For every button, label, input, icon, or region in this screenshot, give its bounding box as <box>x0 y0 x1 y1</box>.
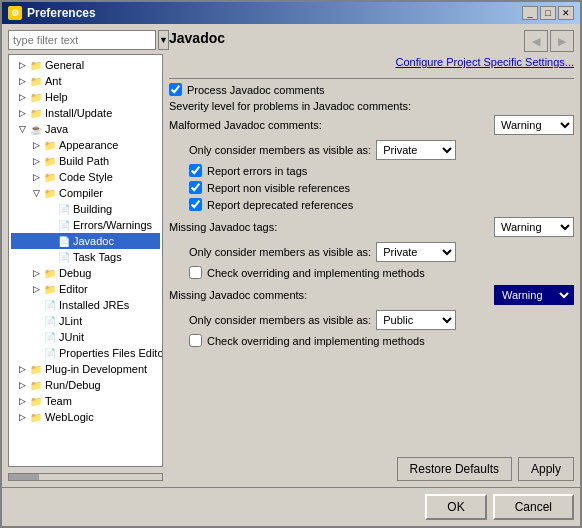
malformed-label: Malformed Javadoc comments: <box>169 119 494 131</box>
expander-ant: ▷ <box>15 74 29 88</box>
folder-icon-compiler: 📁 <box>43 186 57 200</box>
folder-icon-debug: 📁 <box>43 266 57 280</box>
tree-item-install-update[interactable]: ▷ 📁 Install/Update <box>11 105 160 121</box>
doc-icon-task-tags: 📄 <box>57 250 71 264</box>
malformed-severity-select[interactable]: Ignore Warning Error <box>494 115 574 135</box>
comments-visibility-select[interactable]: Public Protected Package Private <box>376 310 456 330</box>
tree-item-building[interactable]: 📄 Building <box>11 201 160 217</box>
app-icon: ⚙ <box>8 6 22 20</box>
expander-team: ▷ <box>15 394 29 408</box>
tree-item-compiler[interactable]: ▽ 📁 Compiler <box>11 185 160 201</box>
configure-project-link[interactable]: Configure Project Specific Settings... <box>395 56 574 68</box>
tree-item-jlint[interactable]: 📄 JLint <box>11 313 160 329</box>
restore-defaults-button[interactable]: Restore Defaults <box>397 457 512 481</box>
check-overriding-tags-checkbox[interactable] <box>189 266 202 279</box>
folder-icon-weblogic: 📁 <box>29 410 43 424</box>
doc-icon-jlint: 📄 <box>43 314 57 328</box>
main-content: ▼ ▷ 📁 General ▷ 📁 Ant ▷ 📁 <box>2 24 580 487</box>
tree-scroll[interactable] <box>8 473 163 481</box>
folder-icon-general: 📁 <box>29 58 43 72</box>
preferences-window: ⚙ Preferences _ □ ✕ ▼ ▷ 📁 General <box>0 0 582 528</box>
severity-intro-label: Severity level for problems in Javadoc c… <box>169 100 574 112</box>
tree-item-weblogic[interactable]: ▷ 📁 WebLogic <box>11 409 160 425</box>
deprecated-checkbox[interactable] <box>189 198 202 211</box>
tree-label-java: Java <box>45 123 68 135</box>
minimize-button[interactable]: _ <box>522 6 538 20</box>
report-errors-checkbox[interactable] <box>189 164 202 177</box>
close-button[interactable]: ✕ <box>558 6 574 20</box>
expander-junit <box>29 330 43 344</box>
folder-icon-appearance: 📁 <box>43 138 57 152</box>
tree-label-team: Team <box>45 395 72 407</box>
folder-icon-editor: 📁 <box>43 282 57 296</box>
left-panel: ▼ ▷ 📁 General ▷ 📁 Ant ▷ 📁 <box>8 30 163 481</box>
titlebar-buttons: _ □ ✕ <box>522 6 574 20</box>
dialog-footer: OK Cancel <box>2 487 580 526</box>
maximize-button[interactable]: □ <box>540 6 556 20</box>
tree-item-junit[interactable]: 📄 JUnit <box>11 329 160 345</box>
missing-comments-severity-select[interactable]: Ignore Warning Error <box>494 285 574 305</box>
tree-item-java[interactable]: ▽ ☕ Java <box>11 121 160 137</box>
tree-item-task-tags[interactable]: 📄 Task Tags <box>11 249 160 265</box>
folder-icon-ant: 📁 <box>29 74 43 88</box>
malformed-visibility-label: Only consider members as visible as: <box>189 144 371 156</box>
tree-item-appearance[interactable]: ▷ 📁 Appearance <box>11 137 160 153</box>
tree-item-code-style[interactable]: ▷ 📁 Code Style <box>11 169 160 185</box>
expander-debug: ▷ <box>29 266 43 280</box>
process-javadoc-checkbox[interactable] <box>169 83 182 96</box>
tree-item-build-path[interactable]: ▷ 📁 Build Path <box>11 153 160 169</box>
ok-button[interactable]: OK <box>425 494 486 520</box>
comments-visibility-label: Only consider members as visible as: <box>189 314 371 326</box>
tree-item-plugin-dev[interactable]: ▷ 📁 Plug-in Development <box>11 361 160 377</box>
doc-icon-errors: 📄 <box>57 218 71 232</box>
expander-weblogic: ▷ <box>15 410 29 424</box>
tree-item-help[interactable]: ▷ 📁 Help <box>11 89 160 105</box>
tree-label-run-debug: Run/Debug <box>45 379 101 391</box>
nav-back-button[interactable]: ◀ <box>524 30 548 52</box>
apply-button[interactable]: Apply <box>518 457 574 481</box>
expander-appearance: ▷ <box>29 138 43 152</box>
tree-item-properties-files-editor[interactable]: 📄 Properties Files Editor <box>11 345 160 361</box>
tree-label-jlint: JLint <box>59 315 82 327</box>
missing-tags-severity-select[interactable]: Ignore Warning Error <box>494 217 574 237</box>
header-right: ◀ ▶ Configure Project Specific Settings.… <box>395 30 574 68</box>
expander-installed-jres <box>29 298 43 312</box>
tags-visibility-select[interactable]: Public Protected Package Private <box>376 242 456 262</box>
expander-props <box>29 346 43 360</box>
tree-item-installed-jres[interactable]: 📄 Installed JREs <box>11 297 160 313</box>
folder-icon-plugin: 📁 <box>29 362 43 376</box>
doc-icon-building: 📄 <box>57 202 71 216</box>
nav-fwd-button[interactable]: ▶ <box>550 30 574 52</box>
check-overriding-tags-label: Check overriding and implementing method… <box>207 267 425 279</box>
tree-item-javadoc[interactable]: 📄 Javadoc <box>11 233 160 249</box>
filter-input[interactable] <box>8 30 156 50</box>
expander-jlint <box>29 314 43 328</box>
tree-item-run-debug[interactable]: ▷ 📁 Run/Debug <box>11 377 160 393</box>
nav-buttons: ◀ ▶ <box>524 30 574 52</box>
malformed-visibility-select[interactable]: Public Protected Package Private <box>376 140 456 160</box>
doc-icon-javadoc: 📄 <box>57 234 71 248</box>
expander-java: ▽ <box>15 122 29 136</box>
tree-item-ant[interactable]: ▷ 📁 Ant <box>11 73 160 89</box>
expander-errors <box>43 218 57 232</box>
tree-item-editor[interactable]: ▷ 📁 Editor <box>11 281 160 297</box>
malformed-row: Malformed Javadoc comments: Ignore Warni… <box>169 115 574 135</box>
non-visible-checkbox[interactable] <box>189 181 202 194</box>
tree-item-debug[interactable]: ▷ 📁 Debug <box>11 265 160 281</box>
tree-label-appearance: Appearance <box>59 139 118 151</box>
cancel-button[interactable]: Cancel <box>493 494 574 520</box>
missing-comments-row: Missing Javadoc comments: Ignore Warning… <box>169 285 574 305</box>
expander-task-tags <box>43 250 57 264</box>
tree-item-team[interactable]: ▷ 📁 Team <box>11 393 160 409</box>
tree-label-weblogic: WebLogic <box>45 411 94 423</box>
check-overriding-comments-label: Check overriding and implementing method… <box>207 335 425 347</box>
tree-label-compiler: Compiler <box>59 187 103 199</box>
window-title: Preferences <box>27 6 96 20</box>
tree-item-errors-warnings[interactable]: 📄 Errors/Warnings <box>11 217 160 233</box>
tree-item-general[interactable]: ▷ 📁 General <box>11 57 160 73</box>
check-overriding-comments-checkbox[interactable] <box>189 334 202 347</box>
filter-dropdown-btn[interactable]: ▼ <box>158 30 169 50</box>
tags-visibility-row: Only consider members as visible as: Pub… <box>169 242 574 262</box>
expander-help: ▷ <box>15 90 29 104</box>
folder-icon-build-path: 📁 <box>43 154 57 168</box>
